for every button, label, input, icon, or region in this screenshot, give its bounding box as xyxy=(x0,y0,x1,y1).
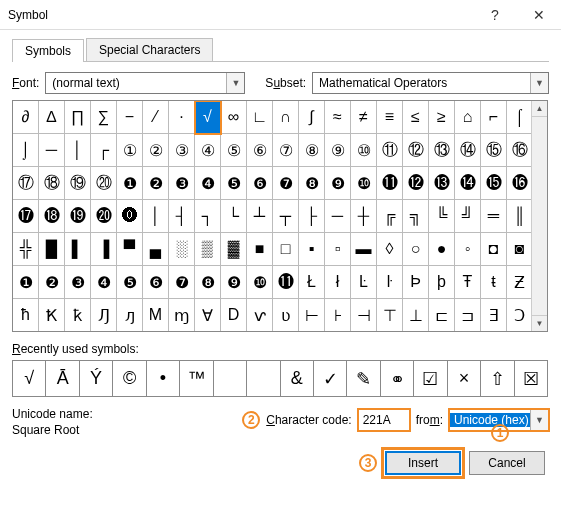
recent-symbol-cell[interactable]: ⚭ xyxy=(381,361,414,397)
insert-button[interactable]: Insert xyxy=(385,451,461,475)
symbol-cell[interactable]: Ŀ xyxy=(351,266,377,299)
symbol-cell[interactable]: ❷ xyxy=(143,167,169,200)
recent-symbol-cell[interactable]: ☒ xyxy=(515,361,548,397)
symbol-cell[interactable]: └ xyxy=(221,200,247,233)
symbol-cell[interactable]: ❹ xyxy=(91,266,117,299)
symbol-cell[interactable]: ⓫ xyxy=(377,167,403,200)
symbol-cell[interactable]: ║ xyxy=(507,200,533,233)
symbol-cell[interactable]: ԓ xyxy=(117,299,143,332)
symbol-cell[interactable]: Þ xyxy=(403,266,429,299)
recent-symbol-cell[interactable]: Ý xyxy=(80,361,113,397)
symbol-cell[interactable]: ⊦ xyxy=(325,299,351,332)
subset-combo[interactable]: Mathematical Operators ▼ xyxy=(312,72,549,94)
symbol-cell[interactable]: ⓬ xyxy=(403,167,429,200)
symbol-cell[interactable]: ⑫ xyxy=(403,134,429,167)
close-button[interactable]: ✕ xyxy=(517,0,561,30)
symbol-cell[interactable]: ⌂ xyxy=(455,101,481,134)
symbol-cell[interactable]: ❸ xyxy=(169,167,195,200)
symbol-cell[interactable]: ╝ xyxy=(455,200,481,233)
symbol-cell[interactable]: ⑲ xyxy=(65,167,91,200)
symbol-cell[interactable]: ❻ xyxy=(247,167,273,200)
symbol-cell[interactable]: Ҟ xyxy=(39,299,65,332)
symbol-cell[interactable]: ⑤ xyxy=(221,134,247,167)
symbol-cell[interactable]: ҟ xyxy=(65,299,91,332)
symbol-cell[interactable]: ▫ xyxy=(325,233,351,266)
symbol-cell[interactable]: ⑱ xyxy=(39,167,65,200)
symbol-cell[interactable]: ∀ xyxy=(195,299,221,332)
symbol-cell[interactable]: ❺ xyxy=(221,167,247,200)
symbol-cell[interactable]: ▓ xyxy=(221,233,247,266)
recent-symbol-cell[interactable]: ☑ xyxy=(414,361,447,397)
symbol-cell[interactable]: ⑩ xyxy=(351,134,377,167)
symbol-cell[interactable]: ⌐ xyxy=(481,101,507,134)
symbol-cell[interactable]: Ԓ xyxy=(91,299,117,332)
symbol-cell[interactable]: ◦ xyxy=(455,233,481,266)
symbol-cell[interactable]: ┌ xyxy=(91,134,117,167)
symbol-cell[interactable]: ⌠ xyxy=(507,101,533,134)
symbol-cell[interactable]: ❷ xyxy=(39,266,65,299)
symbol-cell[interactable]: þ xyxy=(429,266,455,299)
scroll-down-icon[interactable]: ▼ xyxy=(532,315,547,331)
symbol-cell[interactable]: ⊐ xyxy=(455,299,481,332)
symbol-cell[interactable]: ⑧ xyxy=(299,134,325,167)
symbol-cell[interactable]: Ŧ xyxy=(455,266,481,299)
symbol-cell[interactable]: ▒ xyxy=(195,233,221,266)
symbol-cell[interactable]: ≥ xyxy=(429,101,455,134)
symbol-cell[interactable]: ⓯ xyxy=(481,167,507,200)
symbol-cell[interactable]: ⑳ xyxy=(91,167,117,200)
symbol-cell[interactable]: ∂ xyxy=(13,101,39,134)
symbol-cell[interactable]: ▐ xyxy=(91,233,117,266)
symbol-cell[interactable]: ⓭ xyxy=(429,167,455,200)
symbol-cell[interactable]: ⊥ xyxy=(403,299,429,332)
recent-symbol-cell[interactable]: © xyxy=(113,361,146,397)
symbol-cell[interactable]: ⊏ xyxy=(429,299,455,332)
symbol-cell[interactable]: ├ xyxy=(299,200,325,233)
symbol-cell[interactable]: ❶ xyxy=(117,167,143,200)
symbol-cell[interactable]: ① xyxy=(117,134,143,167)
symbol-grid[interactable]: ∂∆∏∑−∕∙√∞∟∩∫≈≠≡≤≥⌂⌐⌠⌡─│┌①②③④⑤⑥⑦⑧⑨⑩⑪⑫⑬⑭⑮⑯… xyxy=(13,101,533,332)
symbol-cell[interactable]: ❽ xyxy=(195,266,221,299)
scroll-thumb[interactable] xyxy=(532,117,547,315)
symbol-cell[interactable]: □ xyxy=(273,233,299,266)
symbol-cell[interactable]: ⱱ xyxy=(247,299,273,332)
symbol-cell[interactable]: ⓳ xyxy=(65,200,91,233)
symbol-cell[interactable]: ◘ xyxy=(481,233,507,266)
symbol-cell[interactable]: ∆ xyxy=(39,101,65,134)
symbol-cell[interactable]: ⑭ xyxy=(455,134,481,167)
symbol-cell[interactable]: ③ xyxy=(169,134,195,167)
symbol-cell[interactable]: Ƶ xyxy=(507,266,533,299)
symbol-cell[interactable]: ⑬ xyxy=(429,134,455,167)
grid-scrollbar[interactable]: ▲ ▼ xyxy=(531,101,547,331)
symbol-cell[interactable]: ∕ xyxy=(143,101,169,134)
symbol-cell[interactable]: ❾ xyxy=(325,167,351,200)
symbol-cell[interactable]: ∫ xyxy=(299,101,325,134)
chevron-down-icon[interactable]: ▼ xyxy=(530,73,548,93)
charcode-input[interactable]: 221A xyxy=(358,409,410,431)
tab-symbols[interactable]: Symbols xyxy=(12,39,84,62)
symbol-cell[interactable]: ❼ xyxy=(169,266,195,299)
symbol-cell[interactable]: ▄ xyxy=(143,233,169,266)
recent-grid[interactable]: √ĀÝ©•™&✓✎⚭☑×⇧☒ xyxy=(12,360,548,397)
symbol-cell[interactable]: ≡ xyxy=(377,101,403,134)
symbol-cell[interactable]: ╚ xyxy=(429,200,455,233)
symbol-cell[interactable]: ⑨ xyxy=(325,134,351,167)
symbol-cell[interactable]: ❽ xyxy=(299,167,325,200)
symbol-cell[interactable]: ⓫ xyxy=(273,266,299,299)
symbol-cell[interactable]: ■ xyxy=(247,233,273,266)
symbol-cell[interactable]: ⑥ xyxy=(247,134,273,167)
symbol-cell[interactable]: ❺ xyxy=(117,266,143,299)
symbol-cell[interactable]: ❻ xyxy=(143,266,169,299)
symbol-cell[interactable]: ∙ xyxy=(169,101,195,134)
symbol-cell[interactable]: ʋ xyxy=(273,299,299,332)
symbol-cell[interactable]: ▀ xyxy=(117,233,143,266)
symbol-cell[interactable]: ═ xyxy=(481,200,507,233)
symbol-cell[interactable]: ⊤ xyxy=(377,299,403,332)
symbol-cell[interactable]: ② xyxy=(143,134,169,167)
symbol-cell[interactable]: ❾ xyxy=(221,266,247,299)
symbol-cell[interactable]: ł xyxy=(325,266,351,299)
symbol-cell[interactable]: ⓿ xyxy=(117,200,143,233)
symbol-cell[interactable]: ∞ xyxy=(221,101,247,134)
symbol-cell[interactable]: ⓱ xyxy=(13,200,39,233)
symbol-cell[interactable]: ▬ xyxy=(351,233,377,266)
recent-symbol-cell[interactable]: ✓ xyxy=(314,361,347,397)
